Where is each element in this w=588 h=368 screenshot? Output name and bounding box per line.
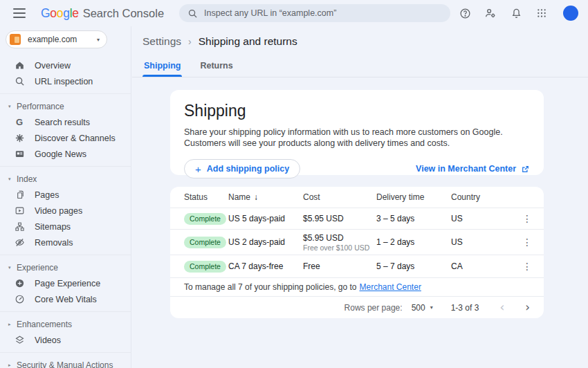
view-in-merchant-center-link[interactable]: View in Merchant Center: [416, 164, 530, 174]
sidebar-divider: [0, 352, 131, 353]
policy-cost: Free: [303, 261, 376, 271]
chevron-expanded-icon: ▾: [8, 176, 15, 182]
table-header-row: Status Name ↓ Cost Delivery time Country: [170, 187, 544, 208]
row-menu-kebab-icon[interactable]: ⋮: [519, 234, 535, 250]
chevron-collapsed-icon: ▸: [8, 362, 15, 368]
sidebar-item-url-inspection[interactable]: URL inspection: [0, 73, 131, 89]
policy-country: CA: [451, 261, 508, 271]
product-name: Search Console: [83, 7, 164, 20]
row-menu-kebab-icon[interactable]: ⋮: [519, 210, 535, 227]
search-input[interactable]: [204, 8, 442, 18]
sitemap-icon: [14, 221, 25, 232]
breadcrumb: Settings › Shipping and returns: [132, 26, 588, 48]
rows-per-page-label: Rows per page:: [344, 303, 403, 313]
policy-cost: $5.95 USD: [303, 214, 376, 223]
sidebar-item-sitemaps[interactable]: Sitemaps: [0, 219, 131, 234]
tab-bar: Shipping Returns: [132, 57, 588, 77]
main-content: Settings › Shipping and returns Shipping…: [132, 26, 588, 368]
sidebar-item-discover-channels[interactable]: Discover & Channels: [0, 130, 131, 146]
column-header-country: Country: [451, 192, 508, 202]
sidebar-section-experience[interactable]: ▾ Experience: [0, 259, 131, 275]
gauge-icon: [14, 294, 25, 305]
chevron-expanded-icon: ▾: [8, 104, 15, 109]
account-avatar[interactable]: [563, 6, 578, 21]
table-footer-note: To manage all 7 of your shipping policie…: [170, 277, 544, 296]
policy-name: US 2 days-paid: [228, 237, 303, 247]
chevron-collapsed-icon: ▸: [8, 322, 15, 327]
sidebar-item-removals[interactable]: Removals: [0, 234, 131, 250]
sidebar-section-index[interactable]: ▾ Index: [0, 171, 131, 187]
url-inspect-search-bar[interactable]: [179, 4, 450, 22]
sidebar-item-core-web-vitals[interactable]: Core Web Vitals: [0, 291, 131, 307]
google-apps-grid-icon[interactable]: [533, 5, 550, 21]
notifications-bell-icon[interactable]: [508, 5, 524, 21]
home-icon: [14, 60, 25, 71]
merchant-center-link[interactable]: Merchant Center: [360, 282, 421, 292]
sparkle-icon: [14, 133, 25, 144]
sidebar-divider: [0, 93, 131, 94]
sidebar-section-enhancements[interactable]: ▸ Enhancements: [0, 316, 131, 332]
property-label: example.com: [28, 35, 97, 44]
sidebar-section-performance[interactable]: ▾ Performance: [0, 98, 131, 114]
tab-shipping[interactable]: Shipping: [143, 57, 182, 77]
sidebar-divider: [0, 255, 131, 255]
chevron-expanded-icon: ▾: [8, 265, 15, 270]
plus-icon: +: [195, 163, 201, 175]
policy-delivery-time: 3 – 5 days: [376, 214, 451, 223]
shipping-policies-table: Status Name ↓ Cost Delivery time Country…: [170, 187, 544, 318]
help-icon[interactable]: [457, 5, 473, 21]
user-settings-icon[interactable]: [482, 5, 499, 21]
property-icon: [10, 34, 21, 45]
google-logo: Google: [41, 6, 79, 21]
menu-icon[interactable]: [13, 8, 26, 18]
add-shipping-policy-button[interactable]: + Add shipping policy: [184, 159, 300, 178]
sidebar-item-videos[interactable]: Videos: [0, 332, 131, 348]
policy-delivery-time: 5 – 7 days: [376, 261, 451, 271]
column-header-name[interactable]: Name ↓: [228, 192, 303, 202]
rows-per-page-select[interactable]: 500 ▾: [412, 303, 433, 313]
video-page-icon: [14, 205, 25, 217]
sidebar-section-security-manual-actions[interactable]: ▸ Security & Manual Actions: [0, 357, 131, 368]
row-menu-kebab-icon[interactable]: ⋮: [519, 258, 535, 275]
sidebar-item-overview[interactable]: Overview: [0, 57, 131, 73]
sidebar-divider: [0, 166, 131, 167]
sidebar-item-google-news[interactable]: Google News: [0, 146, 131, 162]
policy-name: CA 7 days-free: [228, 261, 303, 271]
property-selector[interactable]: example.com ▾: [6, 30, 107, 48]
google-search-console-logo: Google Search Console: [41, 6, 164, 21]
column-header-cost: Cost: [303, 192, 376, 202]
pagination-bar: Rows per page: 500 ▾ 1-3 of 3 ‹ ›: [170, 296, 544, 318]
table-row: Complete US 2 days-paid $5.95 USD Free o…: [170, 229, 544, 255]
sidebar-item-page-experience[interactable]: Page Experience: [0, 275, 131, 291]
sidebar-divider: [0, 311, 131, 312]
breadcrumb-settings[interactable]: Settings: [143, 35, 181, 48]
sidebar-item-search-results[interactable]: G Search results: [0, 114, 131, 130]
shipping-card-title: Shipping: [184, 102, 530, 120]
circle-plus-icon: [14, 278, 25, 289]
eye-off-icon: [14, 237, 25, 248]
previous-page-icon[interactable]: ‹: [499, 302, 504, 313]
policy-country: US: [451, 237, 508, 247]
sidebar-item-pages[interactable]: Pages: [0, 187, 131, 203]
table-row: Complete CA 7 days-free Free 5 – 7 days …: [170, 255, 544, 277]
page-title: Shipping and returns: [199, 35, 297, 48]
navigation-sidebar: example.com ▾ Overview URL inspection ▾ …: [0, 26, 131, 368]
policy-delivery-time: 1 – 2 days: [376, 237, 451, 247]
pages-icon: [14, 190, 25, 201]
news-icon: [14, 149, 25, 160]
pagination-range: 1-3 of 3: [451, 303, 479, 313]
sort-descending-icon: ↓: [254, 192, 258, 202]
status-badge: Complete: [184, 237, 226, 248]
layers-diamond-icon: [14, 335, 25, 346]
tab-returns[interactable]: Returns: [199, 57, 234, 77]
search-icon: [187, 8, 198, 19]
chevron-down-icon: ▾: [430, 304, 433, 311]
status-badge: Complete: [184, 261, 226, 273]
sidebar-item-video-pages[interactable]: Video pages: [0, 203, 131, 219]
policy-name: US 5 days-paid: [228, 214, 303, 223]
column-header-delivery-time: Delivery time: [376, 192, 451, 202]
policy-country: US: [451, 214, 508, 223]
top-app-bar: Google Search Console: [0, 0, 588, 26]
policy-cost: $5.95 USD Free over $100 USD: [303, 233, 376, 252]
next-page-icon[interactable]: ›: [525, 302, 530, 313]
